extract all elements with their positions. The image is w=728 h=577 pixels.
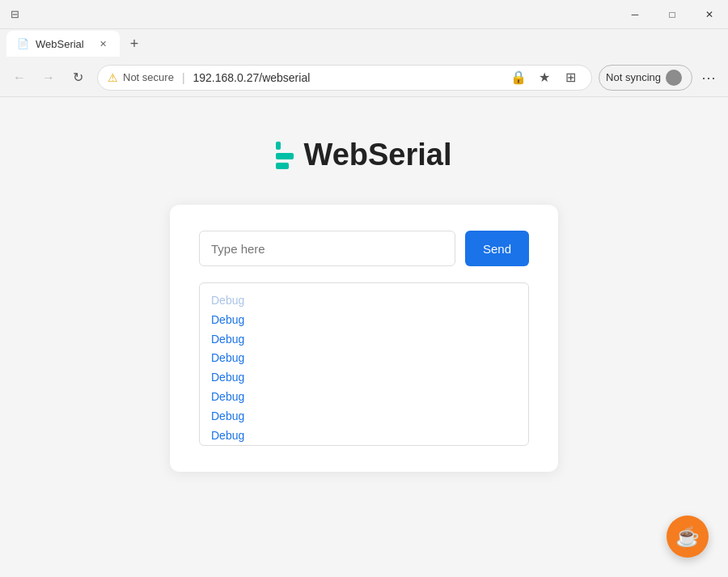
logo-bar-2 (276, 153, 294, 159)
logo-icon (276, 142, 294, 169)
message-input[interactable] (199, 231, 455, 266)
debug-line: Debug (211, 330, 517, 350)
input-row: Send (199, 231, 529, 266)
reload-button[interactable]: ↻ (65, 65, 91, 91)
tab-search-icon[interactable]: ⊞ (559, 66, 582, 89)
debug-line: Debug (211, 291, 517, 311)
logo: WebSerial (276, 138, 451, 172)
debug-line: Debug (211, 388, 517, 407)
title-bar: ⊟ ─ □ ✕ (0, 0, 728, 29)
browser-logo: ⊟ (6, 6, 23, 23)
url-text: 192.168.0.27/webserial (193, 71, 311, 84)
address-bar: ← → ↻ ⚠ Not secure | 192.168.0.27/webser… (0, 58, 728, 97)
security-warning-icon: ⚠ (108, 71, 118, 84)
tab-favicon-icon: 📄 (16, 37, 29, 50)
forward-button[interactable]: → (36, 65, 61, 91)
debug-line: Debug (211, 407, 517, 426)
site-info-icon[interactable]: 🔒 (507, 66, 530, 89)
not-syncing-button[interactable]: Not syncing (599, 65, 692, 91)
url-action-icons: 🔒 ★ ⊞ (507, 66, 582, 89)
debug-line: Debug (211, 311, 517, 330)
logo-bar-3 (276, 163, 289, 169)
send-button[interactable]: Send (465, 231, 529, 266)
url-bar[interactable]: ⚠ Not secure | 192.168.0.27/webserial 🔒 … (97, 65, 592, 91)
page-content: WebSerial Send DebugDebugDebugDebugDebug… (0, 97, 728, 577)
tab-title: WebSerial (36, 38, 89, 50)
url-separator: | (182, 71, 185, 84)
logo-bar-1 (276, 142, 281, 150)
tab-bar: 📄 WebSerial ✕ + (0, 29, 728, 58)
minimize-button[interactable]: ─ (616, 0, 654, 29)
not-syncing-label: Not syncing (606, 71, 661, 83)
more-options-button[interactable]: ⋯ (696, 65, 722, 91)
debug-line: Debug (211, 349, 517, 368)
back-button[interactable]: ← (6, 65, 32, 91)
new-tab-button[interactable]: + (123, 32, 146, 55)
maximize-button[interactable]: □ (654, 0, 691, 29)
tab-close-icon[interactable]: ✕ (95, 36, 110, 51)
main-card: Send DebugDebugDebugDebugDebugDebugDebug… (170, 205, 558, 472)
debug-line: Debug (211, 368, 517, 388)
debug-area[interactable]: DebugDebugDebugDebugDebugDebugDebugDebug… (199, 282, 529, 446)
window-controls: ─ □ ✕ (616, 0, 728, 29)
not-secure-label: Not secure (123, 71, 174, 83)
debug-line: Debug (211, 426, 517, 445)
favorites-icon[interactable]: ★ (533, 66, 556, 89)
browser-tab[interactable]: 📄 WebSerial ✕ (6, 31, 120, 57)
logo-text: WebSerial (303, 138, 451, 172)
avatar (666, 70, 682, 86)
debug-content: DebugDebugDebugDebugDebugDebugDebugDebug… (200, 283, 528, 445)
close-button[interactable]: ✕ (691, 0, 728, 29)
coffee-button[interactable]: ☕ (667, 515, 709, 558)
